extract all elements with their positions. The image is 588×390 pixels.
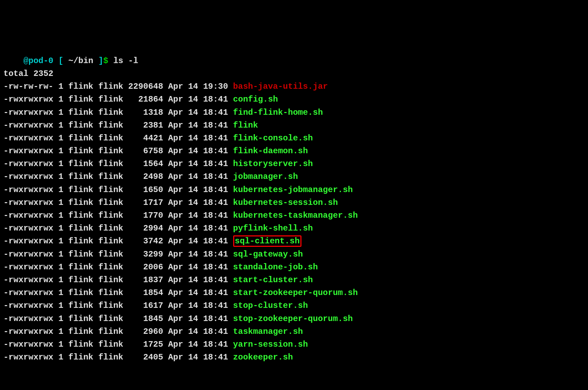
file-row: -rwxrwxrwx 1 flink flink 1770 Apr 14 18:… bbox=[3, 209, 585, 222]
owner: flink bbox=[68, 340, 93, 349]
time: 18:41 bbox=[203, 185, 228, 194]
file-size: 1617 bbox=[128, 301, 163, 310]
link-count: 1 bbox=[58, 353, 63, 362]
file-name: kubernetes-session.sh bbox=[233, 198, 338, 207]
file-name: bash-java-utils.jar bbox=[233, 82, 328, 91]
date: Apr 14 bbox=[168, 146, 198, 156]
permissions: -rwxrwxrwx bbox=[3, 133, 53, 143]
link-count: 1 bbox=[58, 224, 63, 233]
file-size: 1650 bbox=[128, 185, 163, 194]
permissions: -rw-rw-rw- bbox=[3, 82, 53, 91]
prompt-line: @pod-0 [ ~/bin ]$ ls -l bbox=[3, 54, 585, 67]
file-row: -rwxrwxrwx 1 flink flink 1845 Apr 14 18:… bbox=[3, 312, 585, 325]
link-count: 1 bbox=[58, 314, 63, 323]
owner: flink bbox=[68, 211, 93, 220]
file-row: -rwxrwxrwx 1 flink flink 2994 Apr 14 18:… bbox=[3, 222, 585, 235]
permissions: -rwxrwxrwx bbox=[3, 353, 53, 362]
date: Apr 14 bbox=[168, 121, 198, 130]
file-listing: -rw-rw-rw- 1 flink flink 2290648 Apr 14 … bbox=[3, 80, 585, 364]
owner: flink bbox=[68, 95, 93, 104]
time: 18:41 bbox=[203, 146, 228, 156]
owner: flink bbox=[68, 301, 93, 310]
link-count: 1 bbox=[58, 121, 63, 130]
date: Apr 14 bbox=[168, 288, 198, 297]
date: Apr 14 bbox=[168, 82, 198, 91]
file-row: -rw-rw-rw- 1 flink flink 2290648 Apr 14 … bbox=[3, 80, 585, 93]
time: 18:41 bbox=[203, 133, 228, 143]
date: Apr 14 bbox=[168, 185, 198, 194]
group: flink bbox=[98, 353, 123, 362]
permissions: -rwxrwxrwx bbox=[3, 288, 53, 297]
link-count: 1 bbox=[58, 275, 63, 285]
file-size: 1837 bbox=[128, 275, 163, 285]
link-count: 1 bbox=[58, 211, 63, 220]
group: flink bbox=[98, 185, 123, 194]
date: Apr 14 bbox=[168, 108, 198, 117]
file-name: sql-client.sh bbox=[233, 235, 301, 247]
file-size: 2405 bbox=[128, 353, 163, 362]
owner: flink bbox=[68, 108, 93, 117]
link-count: 1 bbox=[58, 288, 63, 297]
prompt-path: ~/bin bbox=[68, 56, 93, 66]
link-count: 1 bbox=[58, 95, 63, 104]
group: flink bbox=[98, 224, 123, 233]
time: 18:41 bbox=[203, 275, 228, 285]
owner: flink bbox=[68, 224, 93, 233]
owner: flink bbox=[68, 146, 93, 156]
date: Apr 14 bbox=[168, 353, 198, 362]
file-name: start-zookeeper-quorum.sh bbox=[233, 288, 358, 297]
time: 19:30 bbox=[203, 82, 228, 91]
file-name: flink-console.sh bbox=[233, 133, 313, 143]
time: 18:41 bbox=[203, 236, 228, 246]
time: 18:41 bbox=[203, 121, 228, 130]
date: Apr 14 bbox=[168, 250, 198, 259]
file-name: sql-gateway.sh bbox=[233, 250, 303, 259]
date: Apr 14 bbox=[168, 224, 198, 233]
file-size: 1854 bbox=[128, 288, 163, 297]
permissions: -rwxrwxrwx bbox=[3, 198, 53, 207]
permissions: -rwxrwxrwx bbox=[3, 236, 53, 246]
link-count: 1 bbox=[58, 340, 63, 349]
link-count: 1 bbox=[58, 327, 63, 336]
file-name: taskmanager.sh bbox=[233, 327, 303, 336]
prompt-hostname: @pod-0 bbox=[24, 56, 53, 66]
group: flink bbox=[98, 236, 123, 246]
owner: flink bbox=[68, 185, 93, 194]
file-name: jobmanager.sh bbox=[233, 172, 298, 181]
group: flink bbox=[98, 172, 123, 181]
date: Apr 14 bbox=[168, 275, 198, 285]
group: flink bbox=[98, 95, 123, 104]
file-size: 2960 bbox=[128, 327, 163, 336]
time: 18:41 bbox=[203, 262, 228, 272]
time: 18:41 bbox=[203, 314, 228, 323]
permissions: -rwxrwxrwx bbox=[3, 211, 53, 220]
link-count: 1 bbox=[58, 236, 63, 246]
permissions: -rwxrwxrwx bbox=[3, 172, 53, 181]
group: flink bbox=[98, 159, 123, 168]
group: flink bbox=[98, 121, 123, 130]
prompt-open-bracket: [ bbox=[58, 56, 63, 66]
file-name: find-flink-home.sh bbox=[233, 108, 323, 117]
group: flink bbox=[98, 301, 123, 310]
group: flink bbox=[98, 250, 123, 259]
command-text: ls -l bbox=[113, 56, 138, 66]
link-count: 1 bbox=[58, 301, 63, 310]
link-count: 1 bbox=[58, 146, 63, 156]
group: flink bbox=[98, 275, 123, 285]
group: flink bbox=[98, 133, 123, 143]
file-name: flink bbox=[233, 121, 258, 130]
file-size: 4421 bbox=[128, 133, 163, 143]
time: 18:41 bbox=[203, 301, 228, 310]
file-size: 21864 bbox=[128, 95, 163, 104]
file-row: -rwxrwxrwx 1 flink flink 4421 Apr 14 18:… bbox=[3, 132, 585, 145]
file-name: yarn-session.sh bbox=[233, 340, 308, 349]
owner: flink bbox=[68, 327, 93, 336]
file-name: stop-zookeeper-quorum.sh bbox=[233, 314, 353, 323]
owner: flink bbox=[68, 159, 93, 168]
owner: flink bbox=[68, 198, 93, 207]
terminal-output[interactable]: @pod-0 [ ~/bin ]$ ls -ltotal 2352-rw-rw-… bbox=[3, 54, 585, 364]
group: flink bbox=[98, 288, 123, 297]
owner: flink bbox=[68, 288, 93, 297]
date: Apr 14 bbox=[168, 314, 198, 323]
file-size: 2994 bbox=[128, 224, 163, 233]
